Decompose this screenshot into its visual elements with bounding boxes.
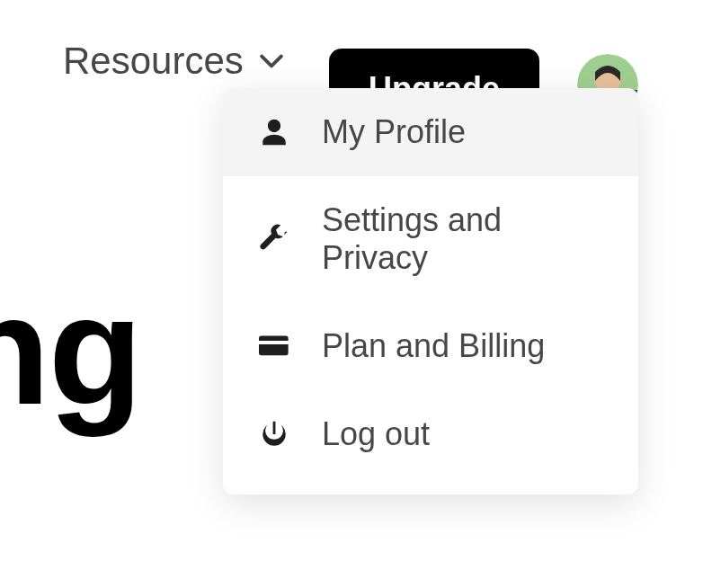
menu-settings[interactable]: Settings and Privacy bbox=[223, 176, 638, 302]
chevron-down-icon bbox=[260, 49, 283, 73]
menu-logout[interactable]: Log out bbox=[223, 390, 638, 478]
card-icon bbox=[259, 331, 289, 361]
nav-resources[interactable]: Resources bbox=[63, 40, 283, 83]
user-dropdown: My Profile Settings and Privacy Plan and… bbox=[223, 88, 638, 494]
menu-my-profile[interactable]: My Profile bbox=[223, 88, 638, 176]
header: Resources Upgrade bbox=[0, 25, 703, 97]
background-text: owing bbox=[0, 261, 141, 439]
menu-billing[interactable]: Plan and Billing bbox=[223, 302, 638, 390]
user-icon bbox=[259, 117, 289, 147]
menu-item-label: Settings and Privacy bbox=[322, 201, 602, 277]
menu-item-label: My Profile bbox=[322, 113, 466, 151]
menu-item-label: Plan and Billing bbox=[322, 327, 545, 365]
nav-resources-label: Resources bbox=[63, 40, 244, 83]
menu-item-label: Log out bbox=[322, 415, 430, 453]
wrench-icon bbox=[259, 224, 289, 254]
power-icon bbox=[259, 419, 289, 450]
